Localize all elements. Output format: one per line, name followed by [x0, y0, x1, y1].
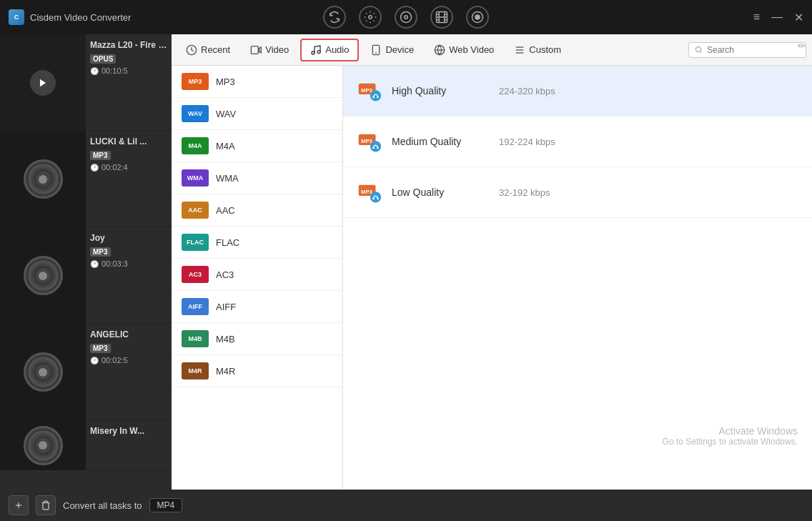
svg-point-17	[312, 51, 315, 54]
video-meta: MP3	[90, 344, 167, 353]
format-item-m4a[interactable]: M4A M4A	[172, 130, 342, 162]
watermark-line2: Go to Settings to activate Windows.	[663, 437, 798, 447]
settings-icon[interactable]	[359, 6, 382, 29]
low-quality-desc: 32-192 kbps	[499, 187, 550, 198]
quality-item-high[interactable]: MP3 High Quality 224-320 kbps	[343, 66, 812, 116]
film-icon[interactable]	[430, 6, 453, 29]
format-item-ac3[interactable]: AC3 AC3	[172, 259, 342, 291]
titlebar: C Cisdem Video Converter ≡ — ✕	[0, 0, 812, 34]
svg-point-30	[370, 90, 381, 101]
video-title: ANGELIC	[90, 329, 167, 339]
aiff-label: AIFF	[216, 302, 236, 312]
format-list: MP3 MP3 WAV WAV M4A M4A WMA WMA	[172, 66, 343, 490]
mp3-label: MP3	[216, 76, 235, 87]
mp3-badge: MP3	[182, 73, 209, 90]
format-item-wma[interactable]: WMA WMA	[172, 162, 342, 194]
format-item-m4b[interactable]: M4B M4B	[172, 323, 342, 355]
video-info: ANGELIC MP3 🕐 00:02:5	[86, 324, 172, 420]
high-quality-icon: MP3	[357, 79, 382, 103]
disc-icon	[24, 256, 63, 295]
svg-point-32	[377, 96, 379, 99]
play-button[interactable]	[30, 70, 56, 96]
video-title: LUCKI & Lil ...	[90, 137, 167, 147]
bottom-bar: Convert all tasks to MP4	[0, 490, 243, 521]
clock-icon: 🕐	[90, 67, 99, 75]
quality-item-low[interactable]: MP3 Low Quality 32-192 kbps	[343, 167, 812, 218]
tab-video[interactable]: Video	[242, 40, 297, 60]
m4b-label: M4B	[216, 334, 235, 344]
svg-text:MP3: MP3	[361, 189, 372, 195]
download-icon[interactable]	[395, 6, 417, 29]
format-selector[interactable]: MP4	[149, 498, 183, 512]
tab-device[interactable]: Device	[362, 40, 422, 60]
format-item-mp3[interactable]: MP3 MP3	[172, 66, 342, 98]
video-thumbnail	[0, 324, 86, 420]
tab-web-video[interactable]: Web Video	[425, 40, 502, 60]
list-item[interactable]: Joy MP3 🕐 00:03:3	[0, 227, 172, 324]
tab-video-label: Video	[265, 44, 289, 55]
format-item-m4r[interactable]: M4R M4R	[172, 355, 342, 387]
wav-badge: WAV	[182, 105, 209, 122]
svg-point-37	[377, 147, 379, 149]
high-quality-desc: 224-320 kbps	[499, 86, 555, 96]
format-item-aac[interactable]: AAC AAC	[172, 194, 342, 227]
format-item-flac[interactable]: FLAC FLAC	[172, 227, 342, 259]
svg-point-41	[372, 198, 375, 200]
format-badge: MP3	[90, 247, 111, 257]
list-item[interactable]: LUCKI & Lil ... MP3 🕐 00:02:4	[0, 131, 172, 227]
format-item-aiff[interactable]: AIFF AIFF	[172, 291, 342, 323]
list-item[interactable]: Misery In W...	[0, 420, 172, 470]
tab-custom[interactable]: Custom	[505, 40, 570, 60]
tab-recent[interactable]: Recent	[177, 40, 239, 60]
aac-badge: AAC	[182, 202, 209, 219]
search-input[interactable]	[707, 45, 800, 55]
tab-web-video-label: Web Video	[449, 44, 494, 55]
add-button[interactable]	[9, 495, 29, 515]
record-icon[interactable]	[466, 6, 489, 29]
edit-icon[interactable]: ✏	[798, 40, 806, 51]
tab-device-label: Device	[385, 44, 414, 55]
low-quality-icon: MP3	[357, 180, 382, 204]
quality-list: MP3 High Quality 224-320 kbps MP3	[343, 66, 812, 490]
clock-icon: 🕐	[90, 260, 99, 268]
app-logo: C	[9, 9, 24, 25]
format-tabs: Recent Video Audio Device Web Video	[172, 34, 812, 66]
list-item[interactable]: Mazza L20 - Fire in the booth OPUS 🕐 00:…	[0, 34, 172, 131]
close-control[interactable]: ✕	[794, 11, 803, 24]
list-item[interactable]: ANGELIC MP3 🕐 00:02:5	[0, 324, 172, 420]
video-duration: 🕐 00:03:3	[90, 259, 167, 268]
video-meta: MP3	[90, 247, 167, 257]
m4r-badge: M4R	[182, 362, 209, 379]
flac-label: FLAC	[216, 237, 239, 248]
video-thumbnail	[0, 420, 86, 470]
video-title: Misery In W...	[90, 426, 167, 436]
video-list: Mazza L20 - Fire in the booth OPUS 🕐 00:…	[0, 34, 172, 490]
disc-icon	[24, 426, 63, 465]
quality-item-medium[interactable]: MP3 Medium Quality 192-224 kbps	[343, 116, 812, 167]
svg-point-18	[317, 50, 320, 53]
wav-label: WAV	[216, 109, 236, 119]
tab-audio[interactable]: Audio	[300, 39, 359, 61]
svg-rect-15	[252, 46, 259, 54]
minimize-control[interactable]: —	[771, 11, 783, 24]
search-box[interactable]	[688, 42, 806, 58]
delete-button[interactable]	[36, 495, 56, 515]
windows-watermark: Activate Windows Go to Settings to activ…	[663, 425, 798, 447]
tab-custom-label: Custom	[529, 44, 561, 55]
video-thumbnail	[0, 131, 86, 227]
refresh-icon[interactable]	[323, 6, 346, 29]
format-item-wav[interactable]: WAV WAV	[172, 98, 342, 130]
video-duration: 🕐 00:02:5	[90, 356, 167, 364]
svg-text:MP3: MP3	[361, 138, 372, 144]
video-info: Mazza L20 - Fire in the booth OPUS 🕐 00:…	[86, 34, 172, 130]
video-info: Joy MP3 🕐 00:03:3	[86, 227, 172, 323]
video-duration: 🕐 00:02:4	[90, 163, 167, 172]
menu-control[interactable]: ≡	[753, 11, 760, 24]
clock-icon: 🕐	[90, 357, 99, 364]
svg-point-42	[377, 198, 379, 200]
svg-point-12	[475, 15, 480, 19]
format-badge: OPUS	[90, 54, 116, 64]
tab-audio-label: Audio	[325, 44, 349, 55]
m4r-label: M4R	[216, 366, 235, 377]
video-thumbnail	[0, 34, 86, 131]
